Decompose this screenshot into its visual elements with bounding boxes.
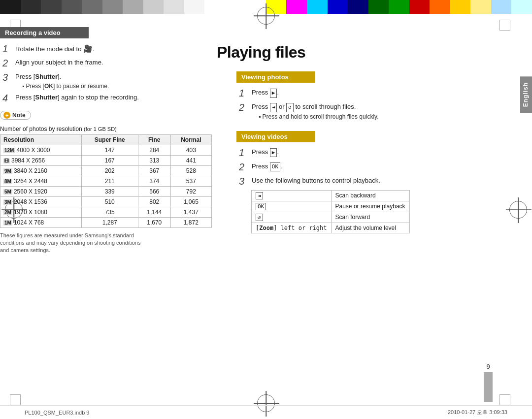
f-cell: 284 <box>138 145 170 155</box>
step-1-number: 1 <box>2 43 13 55</box>
corner-reg-bl <box>10 394 21 405</box>
vv-step-3-content: Use the following buttons to control pla… <box>252 176 483 186</box>
table-row: 8M3264 X 2448 211 374 537 <box>0 176 212 186</box>
table-footnote: These figures are measured under Samsung… <box>0 232 212 255</box>
swatch-lightyellow <box>470 0 491 14</box>
ctrl-desc: Scan forward <box>331 212 409 223</box>
vp-step-1: 1 Press ▶. <box>236 88 483 99</box>
corner-reg-tr <box>499 20 510 31</box>
col-fine: Fine <box>138 134 170 145</box>
note-icon: + <box>3 112 10 119</box>
res-cell: 5M2560 X 1920 <box>0 186 82 196</box>
table-subtitle: (for 1 GB SD) <box>84 126 117 132</box>
n-cell: 1,065 <box>170 196 211 207</box>
vv-step-1-content: Press ▶. <box>252 147 483 158</box>
step-3-sub: Press [OK] to pause or resume. <box>22 83 212 90</box>
table-row: 5M2560 X 1920 339 566 792 <box>0 186 212 196</box>
swatch-2 <box>21 0 41 14</box>
sf-cell: 167 <box>81 155 138 165</box>
swatch-medgreen <box>389 0 409 14</box>
n-cell: 403 <box>170 145 211 155</box>
res-table-section: Number of photos by resolution (for 1 GB… <box>0 126 212 255</box>
sf-cell: 211 <box>81 176 138 186</box>
vp-step-1-content: Press ▶. <box>252 88 483 98</box>
crosshair-right <box>509 201 527 219</box>
ctrl-desc: Adjust the volume level <box>331 223 409 233</box>
resolution-table: Resolution Super Fine Fine Normal 12M400… <box>0 134 212 228</box>
table-row: 🎞3984 X 2656 167 313 441 <box>0 155 212 165</box>
swatch-6 <box>102 0 123 14</box>
sf-cell: 1,287 <box>81 217 138 227</box>
viewing-photos-section: Viewing photos 1 Press ▶. 2 Press ◄ or ↺… <box>236 71 483 120</box>
step-4: 4 Press [Shutter] again to stop the reco… <box>0 93 212 104</box>
res-cell: 9M3840 X 2160 <box>0 165 82 176</box>
step-3: 3 Press [Shutter]. Press [OK] to pause o… <box>0 72 212 90</box>
note-box: + Note <box>0 111 212 123</box>
step-4-content: Press [Shutter] again to stop the record… <box>15 93 212 102</box>
step-3-number: 3 <box>2 72 13 83</box>
step-2-number: 2 <box>2 58 13 69</box>
table-row: 9M3840 X 2160 202 367 528 <box>0 165 212 176</box>
res-cell: 8M3264 X 2448 <box>0 176 82 186</box>
sf-cell: 339 <box>81 186 138 196</box>
step-1-content: Rotate the mode dial to 🎥. <box>15 43 212 55</box>
swatch-1 <box>0 0 21 14</box>
sf-cell: 147 <box>81 145 138 155</box>
res-cell: 🎞3984 X 2656 <box>0 155 82 165</box>
vv-step-1-number: 1 <box>239 147 250 159</box>
control-row: ◄ Scan backward <box>252 190 410 201</box>
swatch-red <box>409 0 430 14</box>
swatch-10 <box>184 0 205 14</box>
left-column: Recording a video 1 Rotate the mode dial… <box>0 27 212 255</box>
col-resolution: Resolution <box>0 134 82 145</box>
swatch-9 <box>164 0 184 14</box>
swatch-cyan <box>307 0 328 14</box>
step-4-number: 4 <box>2 93 13 104</box>
corner-reg-br <box>499 394 510 405</box>
swatch-11 <box>204 0 225 14</box>
bottom-left-text: PL100_QSM_EUR3.indb 9 <box>25 410 89 416</box>
control-row: ↺ Scan forward <box>252 212 410 223</box>
res-cell: 2M1920 X 1080 <box>0 207 82 217</box>
vv-step-2-number: 2 <box>239 161 250 173</box>
crosshair-top <box>257 7 275 25</box>
vp-step-2-content: Press ◄ or ↺ to scroll through files. <box>252 103 356 110</box>
swatch-gold <box>450 0 471 14</box>
f-cell: 802 <box>138 196 170 207</box>
n-cell: 1,872 <box>170 217 211 227</box>
col-normal: Normal <box>170 134 211 145</box>
bottom-right-text: 2010-01-27 오후 3:09:33 <box>448 409 507 416</box>
sf-cell: 202 <box>81 165 138 176</box>
sf-cell: 510 <box>81 196 138 207</box>
step-1: 1 Rotate the mode dial to 🎥. <box>0 43 212 55</box>
control-table: ◄ Scan backward OK Pause or resume playb… <box>251 190 410 233</box>
n-cell: 792 <box>170 186 211 196</box>
f-cell: 374 <box>138 176 170 186</box>
swatch-lightcyan <box>511 0 532 14</box>
ctrl-desc: Pause or resume playback <box>331 201 409 212</box>
vv-step-3: 3 Use the following buttons to control p… <box>236 176 483 187</box>
swatch-8 <box>143 0 164 14</box>
ctrl-btn: [Zoom] left or right <box>252 223 332 233</box>
swatch-gap <box>225 0 246 14</box>
english-tab: English <box>520 76 532 113</box>
ctrl-desc: Scan backward <box>331 190 409 201</box>
f-cell: 1,144 <box>138 207 170 217</box>
sf-cell: 735 <box>81 207 138 217</box>
vv-step-2: 2 Press OK. <box>236 161 483 173</box>
page-number: 9 <box>486 363 490 370</box>
col-superfine: Super Fine <box>81 134 138 145</box>
vp-step-2-number: 2 <box>239 102 250 113</box>
n-cell: 537 <box>170 176 211 186</box>
right-column: Viewing photos 1 Press ▶. 2 Press ◄ or ↺… <box>236 71 483 244</box>
f-cell: 313 <box>138 155 170 165</box>
step-3-content: Press [Shutter]. Press [OK] to pause or … <box>15 72 212 90</box>
page-title: Playing files <box>217 43 305 62</box>
f-cell: 1,670 <box>138 217 170 227</box>
swatch-3 <box>41 0 62 14</box>
f-cell: 566 <box>138 186 170 196</box>
swatch-7 <box>123 0 143 14</box>
recording-header: Recording a video <box>0 27 89 38</box>
bottom-bar: PL100_QSM_EUR3.indb 9 2010-01-27 오후 3:09… <box>0 405 532 419</box>
swatch-5 <box>82 0 102 14</box>
